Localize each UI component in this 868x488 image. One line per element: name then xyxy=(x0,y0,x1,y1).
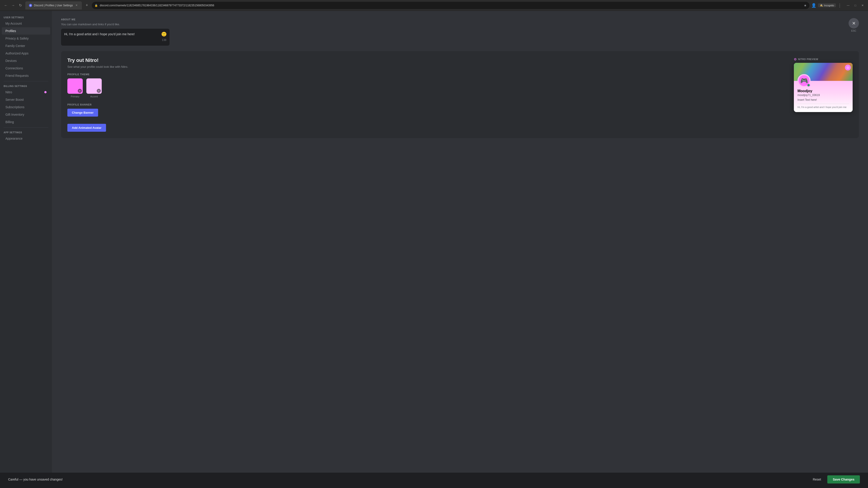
about-me-textarea[interactable]: Hi, I'm a good artist and I hope you'd j… xyxy=(61,29,169,46)
sidebar-item-label: Authorized Apps xyxy=(5,52,29,55)
tab-close-button[interactable]: ✕ xyxy=(74,4,78,7)
sidebar-item-label: Connections xyxy=(5,66,23,70)
esc-circle: ✕ xyxy=(848,18,859,29)
menu-icon[interactable]: ⋮ xyxy=(838,3,842,8)
close-window-button[interactable]: ✕ xyxy=(860,3,865,8)
browser-actions: 👤 🕵 Incognito ⋮ xyxy=(811,3,842,8)
character-counter: 138 xyxy=(64,37,166,42)
profile-banner-label: PROFILE BANNER xyxy=(67,103,786,106)
preview-nitro-badge: ⊙ xyxy=(845,65,851,70)
sidebar-item-billing[interactable]: Billing xyxy=(2,119,50,126)
sidebar-item-label: Subscriptions xyxy=(5,105,24,109)
esc-label: ESC xyxy=(851,29,857,32)
sidebar-item-nitro[interactable]: Nitro xyxy=(2,89,50,96)
sidebar-item-profiles[interactable]: Profiles xyxy=(2,27,50,35)
sidebar-item-label: Family Center xyxy=(5,44,25,48)
change-banner-button[interactable]: Change Banner xyxy=(67,109,98,117)
browser-tab[interactable]: d Discord | Profiles | User Settings ✕ xyxy=(25,1,82,9)
minimize-button[interactable]: — xyxy=(845,3,851,8)
sidebar-item-appearance[interactable]: Appearance xyxy=(2,135,50,142)
sidebar-item-label: Billing xyxy=(5,120,14,124)
sidebar-item-privacy-safety[interactable]: Privacy & Safety xyxy=(2,35,50,42)
sidebar-item-label: Nitro xyxy=(5,90,12,94)
app-settings-label: APP SETTINGS xyxy=(0,129,52,135)
sidebar-item-label: My Account xyxy=(5,22,22,25)
refresh-button[interactable]: ↻ xyxy=(17,2,24,8)
nitro-preview-side: ⊙ NITRO PREVIEW 🎮 ⊙ xyxy=(794,57,852,132)
profile-theme-label: PROFILE THEME xyxy=(67,73,786,76)
sidebar-item-connections[interactable]: Connections xyxy=(2,65,50,72)
sidebar-item-label: Devices xyxy=(5,59,17,63)
bottom-bar: Careful — you have unsaved changes! Rese… xyxy=(4,473,864,486)
unsaved-changes-text: Careful — you have unsaved changes! xyxy=(8,478,63,481)
about-me-text: Hi, I'm a good artist and I hope you'd j… xyxy=(64,32,166,37)
accent-swatch-label: Accent xyxy=(90,95,98,98)
sidebar-item-friend-requests[interactable]: Friend Requests xyxy=(2,72,50,79)
sidebar-item-label: Server Boost xyxy=(5,98,24,101)
preview-tag: moodjoy71_03619 xyxy=(798,94,849,97)
incognito-badge: 🕵 Incognito xyxy=(818,3,836,7)
tab-title: Discord | Profiles | User Settings xyxy=(34,4,73,7)
sidebar-item-authorized-apps[interactable]: Authorized Apps xyxy=(2,50,50,57)
nitro-preview-label: ⊙ NITRO PREVIEW xyxy=(794,57,852,61)
tab-favicon: d xyxy=(29,4,32,7)
nitro-desc: See what your profile could look like wi… xyxy=(67,65,786,68)
nitro-left-panel: Try out Nitro! See what your profile cou… xyxy=(67,57,786,132)
preview-online-badge xyxy=(807,84,810,87)
window-controls: — □ ✕ xyxy=(845,3,865,8)
sidebar: USER SETTINGS My Account Profiles Privac… xyxy=(0,11,52,473)
esc-button[interactable]: ✕ ESC xyxy=(848,18,859,32)
swatch-edit-icon-2: ✏ xyxy=(97,89,101,93)
accent-swatch-wrapper: ✏ Accent xyxy=(86,78,102,98)
restore-button[interactable]: □ xyxy=(852,3,858,8)
address-bar[interactable]: 🔒 discord.com/channels/11823468517819843… xyxy=(92,2,809,9)
about-me-section-title: ABOUT ME xyxy=(61,18,859,21)
preview-banner: 🎮 ⊙ xyxy=(794,63,852,81)
add-animated-avatar-button[interactable]: Add Animated Avatar xyxy=(67,124,106,132)
primary-swatch-wrapper: ✏ Primary xyxy=(67,78,83,98)
sidebar-divider-2 xyxy=(4,127,49,128)
about-me-subtitle: You can use markdown and links if you'd … xyxy=(61,23,859,26)
sidebar-item-gift-inventory[interactable]: Gift Inventory xyxy=(2,111,50,118)
sidebar-item-label: Gift Inventory xyxy=(5,113,24,116)
sidebar-item-family-center[interactable]: Family Center xyxy=(2,42,50,50)
sidebar-item-label: Friend Requests xyxy=(5,74,29,77)
save-changes-button[interactable]: Save Changes xyxy=(827,475,860,484)
sidebar-item-label: Privacy & Safety xyxy=(5,37,29,40)
user-settings-label: USER SETTINGS xyxy=(0,14,52,20)
preview-username: Moodjoy xyxy=(798,89,849,93)
sidebar-item-label: Profiles xyxy=(5,29,16,33)
sidebar-item-label: Appearance xyxy=(5,137,23,140)
nitro-dot-icon xyxy=(44,91,46,93)
accent-color-swatch[interactable]: ✏ xyxy=(86,78,102,94)
swatch-edit-icon: ✏ xyxy=(78,89,82,93)
new-tab-button[interactable]: + xyxy=(84,2,90,8)
nitro-section: Try out Nitro! See what your profile cou… xyxy=(61,51,859,138)
sidebar-item-devices[interactable]: Devices xyxy=(2,57,50,64)
back-button[interactable]: ← xyxy=(3,2,9,8)
sidebar-item-subscriptions[interactable]: Subscriptions xyxy=(2,103,50,111)
primary-swatch-label: Primary xyxy=(71,95,79,98)
theme-swatches: ✏ Primary ✏ Accent xyxy=(67,78,786,98)
forward-button[interactable]: → xyxy=(10,2,16,8)
browser-chrome: ← → ↻ d Discord | Profiles | User Settin… xyxy=(0,0,868,11)
reset-button[interactable]: Reset xyxy=(809,476,825,483)
browser-nav: ← → ↻ xyxy=(3,1,24,9)
emoji-picker-icon[interactable]: 🙂 xyxy=(161,31,167,37)
main-content: ✕ ESC ABOUT ME You can use markdown and … xyxy=(52,11,868,473)
sidebar-item-my-account[interactable]: My Account xyxy=(2,20,50,27)
nitro-title: Try out Nitro! xyxy=(67,57,786,63)
preview-bio-insert: Insert Text here! xyxy=(798,98,849,102)
app-layout: USER SETTINGS My Account Profiles Privac… xyxy=(0,11,868,473)
url-text: discord.com/channels/1182346851781984336… xyxy=(100,4,802,7)
bottom-bar-actions: Reset Save Changes xyxy=(809,475,860,484)
primary-color-swatch[interactable]: ✏ xyxy=(67,78,83,94)
profile-icon: 👤 xyxy=(811,3,816,8)
nitro-preview-card: 🎮 ⊙ Moodjoy moodjoy71_03619 Insert Text … xyxy=(794,63,852,112)
preview-avatar-area: 🎮 xyxy=(798,74,811,87)
sidebar-item-server-boost[interactable]: Server Boost xyxy=(2,96,50,103)
billing-settings-label: BILLING SETTINGS xyxy=(0,83,52,88)
preview-bio-full: Hi, I'm a good artist and I hope you'd j… xyxy=(798,104,849,108)
